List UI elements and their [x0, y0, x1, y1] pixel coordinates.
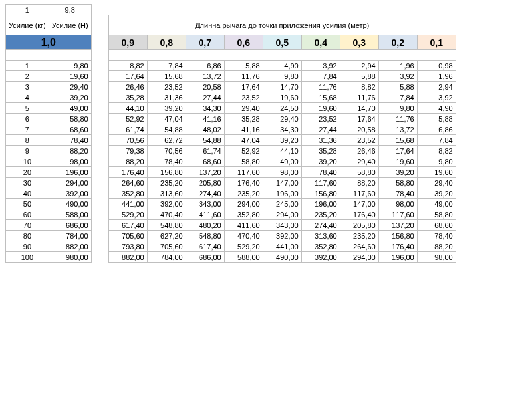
row-newton: 39,20: [49, 92, 91, 103]
lever-table: 1 9,8 Усилие (кг) Усилие (Н) Длинна рыча…: [5, 4, 456, 263]
table-row: 439,2035,2831,3627,4423,5219,6015,6811,7…: [6, 92, 456, 103]
cell: 17,64: [224, 82, 263, 92]
top-gravity: 9,8: [49, 5, 91, 15]
table-row: 40392,00352,80313,60274,40235,20196,0015…: [6, 188, 456, 199]
cell: 19,60: [263, 92, 301, 103]
cell: 52,92: [224, 146, 263, 156]
row-newton: 588,00: [49, 209, 91, 220]
row-newton: 9,80: [49, 61, 91, 71]
cell: 13,72: [186, 71, 224, 82]
row-newton: 78,40: [49, 135, 91, 146]
lever-col-7: 0,2: [378, 35, 417, 50]
header-force-n: Усилие (Н): [49, 15, 91, 35]
table-row: 20196,00176,40156,80137,20117,6098,0078,…: [6, 167, 456, 178]
table-row: 1098,0088,2078,4068,6058,8049,0039,2029,…: [6, 156, 456, 167]
cell: 35,28: [108, 92, 147, 103]
cell: 294,00: [340, 252, 378, 263]
cell: 117,60: [224, 167, 263, 178]
cell: 8,82: [340, 82, 378, 92]
cell: 61,74: [186, 146, 224, 156]
table-row: 30294,00264,60235,20205,80176,40147,0011…: [6, 178, 456, 188]
cell: 4,90: [417, 103, 456, 114]
table-row: 988,2079,3870,5661,7452,9244,1035,2826,4…: [6, 146, 456, 156]
cell: 11,76: [340, 92, 378, 103]
cell: 47,04: [147, 114, 186, 124]
row-index: 5: [6, 103, 49, 114]
cell: 44,10: [108, 103, 147, 114]
row-newton: 490,00: [49, 199, 91, 209]
cell: 31,36: [147, 92, 186, 103]
cell: 6,86: [417, 124, 456, 135]
cell: 235,20: [301, 209, 340, 220]
cell: 196,00: [263, 188, 301, 199]
table-row: 100980,00882,00784,00686,00588,00490,003…: [6, 252, 456, 263]
cell: 29,40: [263, 114, 301, 124]
cell: 156,80: [301, 188, 340, 199]
cell: 88,20: [340, 178, 378, 188]
cell: 392,00: [263, 231, 301, 241]
table-row: 768,6061,7454,8848,0241,1634,3027,4420,5…: [6, 124, 456, 135]
main-value[interactable]: 1,0: [6, 35, 92, 50]
cell: 70,56: [108, 135, 147, 146]
row-newton: 58,80: [49, 114, 91, 124]
row-index: 30: [6, 178, 49, 188]
cell: 23,52: [224, 92, 263, 103]
cell: 15,68: [147, 71, 186, 82]
cell: 793,80: [108, 241, 147, 252]
row-index: 60: [6, 209, 49, 220]
cell: 39,20: [378, 167, 417, 178]
cell: 20,58: [186, 82, 224, 92]
row-newton: 392,00: [49, 188, 91, 199]
cell: 88,20: [108, 156, 147, 167]
cell: 15,68: [378, 135, 417, 146]
cell: 34,30: [186, 103, 224, 114]
row-newton: 196,00: [49, 167, 91, 178]
cell: 411,60: [224, 220, 263, 231]
cell: 470,40: [224, 231, 263, 241]
cell: 70,56: [147, 146, 186, 156]
cell: 156,80: [378, 231, 417, 241]
cell: 441,00: [263, 241, 301, 252]
cell: 29,40: [417, 178, 456, 188]
cell: 9,80: [417, 156, 456, 167]
cell: 19,60: [378, 156, 417, 167]
cell: 2,94: [417, 82, 456, 92]
cell: 117,60: [340, 188, 378, 199]
cell: 39,20: [301, 156, 340, 167]
cell: 78,40: [147, 156, 186, 167]
cell: 29,40: [340, 156, 378, 167]
cell: 686,00: [186, 252, 224, 263]
table-row: 70686,00617,40548,80480,20411,60343,0027…: [6, 220, 456, 231]
cell: 235,20: [147, 178, 186, 188]
cell: 24,50: [263, 103, 301, 114]
cell: 588,00: [224, 252, 263, 263]
cell: 392,00: [147, 199, 186, 209]
cell: 68,60: [186, 156, 224, 167]
row-index: 3: [6, 82, 49, 92]
cell: 313,60: [147, 188, 186, 199]
cell: 7,84: [301, 71, 340, 82]
cell: 41,16: [224, 124, 263, 135]
row-index: 70: [6, 220, 49, 231]
cell: 5,88: [224, 61, 263, 71]
cell: 23,52: [301, 114, 340, 124]
row-index: 7: [6, 124, 49, 135]
row-newton: 686,00: [49, 220, 91, 231]
cell: 5,88: [378, 82, 417, 92]
cell: 3,92: [301, 61, 340, 71]
header-title: Длинна рычага до точки приложения усилия…: [108, 15, 456, 35]
cell: 54,88: [147, 124, 186, 135]
cell: 196,00: [301, 199, 340, 209]
row-index: 9: [6, 146, 49, 156]
cell: 29,40: [224, 103, 263, 114]
row-index: 8: [6, 135, 49, 146]
cell: 147,00: [263, 178, 301, 188]
cell: 78,40: [417, 231, 456, 241]
cell: 784,00: [147, 252, 186, 263]
row-index: 4: [6, 92, 49, 103]
cell: 58,80: [340, 167, 378, 178]
cell: 17,64: [108, 71, 147, 82]
row-newton: 49,00: [49, 103, 91, 114]
cell: 9,80: [378, 103, 417, 114]
cell: 23,52: [147, 82, 186, 92]
